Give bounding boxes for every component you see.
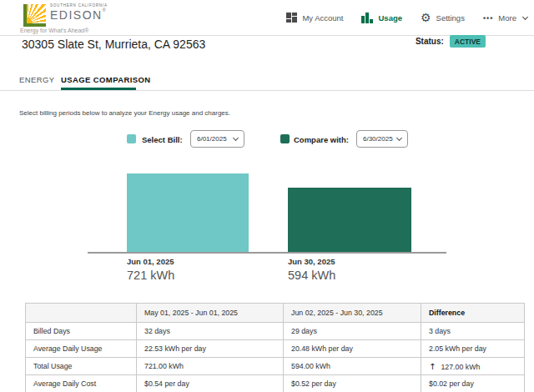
select-bill-label: Select Bill: — [142, 135, 183, 144]
dashboard-icon — [286, 13, 297, 23]
chart-x-axis — [88, 252, 446, 254]
service-address: 30305 Slate St, Murrieta, CA 92563 — [22, 38, 205, 51]
brand-tagline: Energy for What's Ahead® — [20, 28, 88, 33]
header-difference: Difference — [421, 304, 525, 323]
table-header-row: May 01, 2025 - Jun 01, 2025 Jun 02, 2025… — [26, 304, 525, 323]
select-bill-color-swatch — [127, 134, 136, 143]
compare-with-dropdown[interactable]: 6/30/2025 — [356, 130, 408, 148]
cell-period-1: 32 days — [137, 323, 284, 340]
row-label: Average Daily Cost — [26, 375, 137, 392]
cell-period-1: $0.54 per day — [137, 375, 284, 392]
difference-value: 127.00 kWh — [441, 363, 480, 371]
cell-period-2: $0.52 per day — [284, 375, 421, 392]
usage-comparison-table: May 01, 2025 - Jun 01, 2025 Jun 02, 2025… — [25, 303, 525, 392]
table-row-average-daily-usage: Average Daily Usage 22.53 kWh per day 20… — [26, 340, 525, 358]
header-period-1: May 01, 2025 - Jun 01, 2025 — [137, 304, 284, 323]
cell-difference: 3 days — [421, 323, 525, 340]
compare-with-value: 6/30/2025 — [363, 135, 393, 143]
header-blank — [26, 304, 137, 323]
bar-2-value-label: 594 kWh — [288, 269, 335, 282]
ellipsis-icon: ••• — [483, 14, 493, 23]
chevron-down-icon — [233, 134, 239, 140]
cell-difference: 2.05 kWh per day — [421, 340, 525, 358]
row-label: Total Usage — [26, 358, 137, 375]
bar-chart-icon — [361, 13, 373, 23]
nav-more[interactable]: ••• More — [483, 13, 527, 23]
nav-more-label: More — [498, 13, 516, 23]
cell-period-2: 29 days — [284, 323, 421, 340]
cell-period-2: 20.48 kWh per day — [284, 340, 421, 358]
table-row-total-usage: Total Usage 721.00 kWh 594.00 kWh ↑127.0… — [26, 358, 525, 375]
cell-difference: ↑127.00 kWh — [421, 358, 525, 375]
cell-period-1: 721.00 kWh — [137, 358, 284, 375]
registered-mark: ® — [103, 8, 106, 13]
cell-period-1: 22.53 kWh per day — [137, 340, 284, 358]
tab-energy[interactable]: ENERGY — [19, 75, 55, 84]
brand-small-text: SOUTHERN CALIFORNIA — [50, 3, 108, 8]
cell-difference: $0.02 per day — [421, 375, 525, 392]
compare-with-color-swatch — [280, 134, 290, 143]
top-header: SOUTHERN CALIFORNIA EDISON® Energy for W… — [0, 0, 534, 36]
edison-sun-logo-icon — [23, 4, 46, 27]
chevron-down-icon — [396, 134, 402, 140]
table-row-average-daily-cost: Average Daily Cost $0.54 per day $0.52 p… — [26, 375, 525, 392]
nav-my-account[interactable]: My Account — [286, 13, 343, 23]
nav-settings[interactable]: ⚙ Settings — [421, 13, 465, 23]
select-bill-dropdown[interactable]: 6/01/2025 — [190, 130, 244, 148]
increase-arrow-icon: ↑ — [429, 362, 436, 371]
row-label: Average Daily Usage — [26, 340, 137, 358]
bar-1-date-label: Jun 01, 2025 — [127, 257, 174, 266]
nav-settings-label: Settings — [436, 13, 465, 23]
table-row-billed-days: Billed Days 32 days 29 days 3 days — [26, 323, 525, 340]
nav-usage-label: Usage — [378, 13, 402, 23]
account-status: Status: ACTIVE — [416, 35, 486, 48]
chevron-down-icon — [522, 13, 528, 19]
gear-icon: ⚙ — [421, 13, 431, 23]
usage-bar-period-1 — [127, 173, 249, 252]
usage-bar-period-2 — [288, 188, 411, 252]
compare-with-label: Compare with: — [294, 135, 349, 144]
row-label: Billed Days — [26, 323, 137, 340]
edison-wordmark: SOUTHERN CALIFORNIA EDISON® — [50, 3, 108, 23]
status-badge: ACTIVE — [450, 35, 486, 48]
primary-nav: My Account Usage ⚙ Settings ••• More — [286, 0, 527, 36]
select-bill-value: 6/01/2025 — [197, 135, 227, 143]
nav-my-account-label: My Account — [302, 13, 343, 23]
header-period-2: Jun 02, 2025 - Jun 30, 2025 — [284, 304, 421, 323]
tabs-divider — [0, 90, 534, 91]
tab-usage-comparison[interactable]: USAGE COMPARISON — [61, 75, 151, 84]
bar-1-value-label: 721 kWh — [127, 269, 174, 282]
nav-usage[interactable]: Usage — [361, 13, 402, 23]
brand-name-text: EDISON — [50, 9, 103, 21]
cell-period-2: 594.00 kWh — [284, 358, 421, 375]
usage-comparison-page: SOUTHERN CALIFORNIA EDISON® Energy for W… — [0, 0, 534, 392]
bar-2-date-label: Jun 30, 2025 — [288, 257, 335, 266]
billing-period-description: Select billing periods below to analyze … — [19, 109, 230, 117]
status-label: Status: — [416, 37, 444, 46]
